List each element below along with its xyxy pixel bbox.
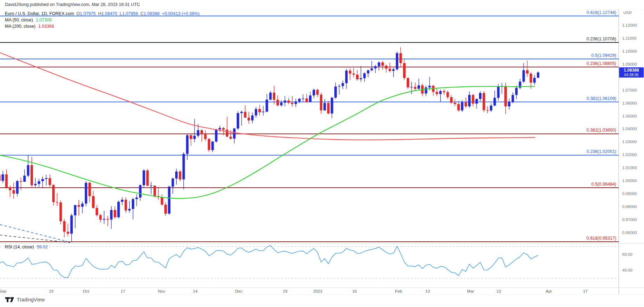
time-tick-label: 16: [353, 289, 357, 293]
rsi-line: [0, 245, 538, 278]
price-tick-label: 1.11000: [622, 36, 637, 40]
ma200-line: [0, 53, 535, 140]
time-tick-label: Sep: [0, 289, 6, 293]
fib-base-trendlines: [0, 225, 70, 242]
price-tick-label: 1.00000: [622, 179, 637, 183]
ma200-legend-row[interactable]: MA (200, close)1.03366: [5, 24, 199, 29]
ma200-label: MA (200, close): [5, 24, 35, 29]
rsi-tick-label: 60.00: [622, 252, 632, 256]
time-tick-label: 17: [121, 289, 125, 293]
ohlc-value: 1.08388: [144, 11, 159, 16]
time-tick-label: Oct: [83, 289, 89, 293]
rsi-tick-label: 40.00: [622, 268, 632, 272]
price-tick-label: 1.09000: [622, 62, 637, 66]
price-tick-label: 0.96000: [622, 231, 637, 235]
time-tick-label: 19: [283, 289, 288, 293]
price-tick-label: 1.12000: [622, 23, 637, 27]
ohlc-key: O: [77, 11, 80, 16]
pane-borders: [0, 9, 644, 295]
fib-level-label: 0.236(1.10706): [586, 36, 616, 41]
ohlc-key: C: [140, 11, 144, 16]
ohlc-key: L: [120, 11, 122, 16]
time-tick-label: 14: [193, 289, 198, 293]
fib-level-label: 0.5(1.09429): [591, 53, 616, 58]
price-tick-label: 0.98000: [622, 205, 637, 209]
symbol-legend-row[interactable]: Euro / U.S. Dollar, 1D, FOREX.comO1.0797…: [5, 11, 199, 17]
price-tick-label: 1.04000: [622, 127, 637, 131]
change-value: +0.00413 (+0.38%): [162, 11, 199, 16]
ohlc-value: 1.08470: [101, 11, 117, 16]
tradingview-watermark[interactable]: TradingView: [5, 296, 45, 303]
fib-level-label: 0.618(1.12748): [586, 10, 616, 15]
price-tick-label: 1.06000: [622, 101, 637, 105]
price-tick-label: 1.07000: [622, 88, 637, 92]
time-tick-label: Feb: [395, 289, 402, 293]
tradingview-chart-screenshot: DavidJSong published on TradingView.com,…: [0, 0, 644, 307]
fib-level-label: 0.382(1.06109): [586, 96, 616, 101]
candlestick-series: [0, 47, 539, 241]
bar-countdown: 04:28:36: [619, 73, 644, 77]
time-tick-label: Apr: [546, 289, 552, 293]
ma200-value: 1.03366: [38, 24, 54, 29]
time-tick-label: Nov: [158, 289, 165, 293]
ohlc-value: 1.07975: [80, 11, 96, 16]
ohlc-key: H: [98, 11, 101, 16]
rsi-label: RSI (14, close): [5, 245, 34, 249]
fib-level-label: 0.382(1.03650): [586, 128, 616, 133]
price-tick-label: 1.10000: [622, 49, 637, 53]
tradingview-logo-icon: [5, 296, 14, 303]
time-tick-label: 2023: [313, 289, 322, 293]
ma50-label: MA (50, close): [5, 18, 33, 22]
time-tick-label: 17: [583, 289, 588, 293]
price-chart-canvas[interactable]: [0, 0, 644, 307]
publish-byline: DavidJSong published on TradingView.com,…: [5, 2, 140, 7]
price-tick-label: 1.02000: [622, 153, 637, 157]
fib-level-label: 0.5(0.99484): [591, 182, 616, 187]
ma50-legend-row[interactable]: MA (50, close)1.07309: [5, 17, 199, 23]
last-price-value: 1.08388: [619, 68, 644, 73]
ma50-value: 1.07309: [36, 18, 52, 22]
time-tick-label: Dec: [235, 289, 242, 293]
fib-level-label: 0.236(1.02001): [586, 149, 616, 154]
ohlc-value: 1.07958: [122, 11, 138, 16]
last-price-label: 1.08388 04:28:36: [619, 67, 644, 78]
time-tick-label: 19: [49, 289, 54, 293]
price-tick-label: 0.97000: [622, 218, 637, 222]
fib-level-label: 0.618(0.95317): [586, 236, 616, 241]
price-tick-label: 0.99000: [622, 192, 637, 196]
ohlc-values: O1.07975H1.08470L1.07958C1.08388: [74, 11, 160, 16]
rsi-pane: [0, 245, 619, 278]
price-tick-label: 1.01000: [622, 166, 637, 170]
time-tick-label: 13: [497, 289, 501, 293]
time-tick-label: Mar: [467, 289, 474, 293]
rsi-legend-row[interactable]: RSI (14, close)59.02: [5, 245, 48, 249]
symbol-title: Euro / U.S. Dollar, 1D, FOREX.com: [5, 11, 74, 16]
currency-label: USD: [623, 11, 632, 15]
tradingview-wordmark: TradingView: [17, 297, 45, 302]
fib-level-label: 0.236(1.08805): [586, 61, 616, 66]
chart-legend: Euro / U.S. Dollar, 1D, FOREX.comO1.0797…: [5, 11, 199, 30]
time-tick-label: 13: [426, 289, 430, 293]
price-tick-label: 1.05000: [622, 114, 637, 118]
price-tick-label: 1.03000: [622, 140, 637, 144]
rsi-value: 59.02: [37, 245, 48, 249]
